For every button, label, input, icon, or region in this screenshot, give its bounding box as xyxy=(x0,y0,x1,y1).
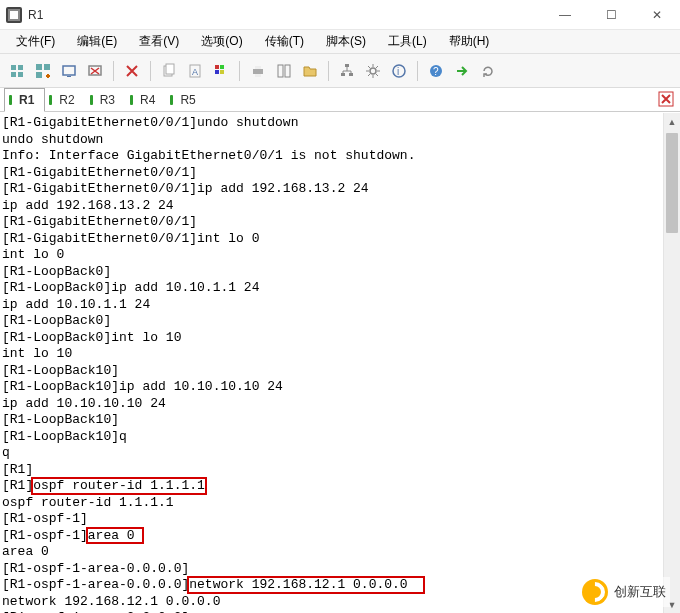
tab-r4[interactable]: R4 xyxy=(126,88,166,111)
toolbar-tile-icon[interactable] xyxy=(273,60,295,82)
close-button[interactable]: ✕ xyxy=(634,0,680,30)
svg-rect-27 xyxy=(349,73,353,76)
toolbar-info-icon[interactable]: i xyxy=(388,60,410,82)
terminal-output: [R1-GigabitEthernet0/0/1]undo shutdown u… xyxy=(0,113,680,613)
svg-rect-1 xyxy=(10,11,18,19)
menu-options[interactable]: 选项(O) xyxy=(191,31,252,52)
minimize-button[interactable]: — xyxy=(542,0,588,30)
watermark-text: 创新互联 xyxy=(614,583,666,601)
toolbar-separator xyxy=(239,61,240,81)
toolbar-separator xyxy=(417,61,418,81)
toolbar: A i ? xyxy=(0,54,680,88)
svg-point-28 xyxy=(370,68,376,74)
toolbar-disconnect-icon[interactable] xyxy=(84,60,106,82)
menu-script[interactable]: 脚本(S) xyxy=(316,31,376,52)
menu-file[interactable]: 文件(F) xyxy=(6,31,65,52)
svg-rect-4 xyxy=(11,72,16,77)
svg-rect-25 xyxy=(345,64,349,67)
toolbar-copy-icon[interactable] xyxy=(158,60,180,82)
toolbar-print-icon[interactable] xyxy=(247,60,269,82)
tab-r1[interactable]: R1 xyxy=(4,88,45,112)
menubar: 文件(F) 编辑(E) 查看(V) 选项(O) 传输(T) 脚本(S) 工具(L… xyxy=(0,30,680,54)
svg-text:?: ? xyxy=(433,66,439,77)
terminal[interactable]: [R1-GigabitEthernet0/0/1]undo shutdown u… xyxy=(0,112,680,613)
toolbar-folder-icon[interactable] xyxy=(299,60,321,82)
tab-label: R2 xyxy=(59,93,74,107)
svg-rect-24 xyxy=(285,65,290,77)
toolbar-separator xyxy=(328,61,329,81)
titlebar: R1 — ☐ ✕ xyxy=(0,0,680,30)
app-icon xyxy=(6,7,22,23)
svg-rect-8 xyxy=(36,72,42,78)
toolbar-refresh-icon[interactable] xyxy=(477,60,499,82)
svg-rect-20 xyxy=(253,69,263,74)
toolbar-connect-icon[interactable] xyxy=(58,60,80,82)
maximize-button[interactable]: ☐ xyxy=(588,0,634,30)
scroll-up-icon[interactable]: ▲ xyxy=(664,113,680,130)
tab-label: R1 xyxy=(19,93,34,107)
toolbar-cancel-icon[interactable] xyxy=(121,60,143,82)
tab-label: R5 xyxy=(180,93,195,107)
watermark-logo-icon xyxy=(582,579,608,605)
window-title: R1 xyxy=(28,8,542,22)
svg-rect-6 xyxy=(36,64,42,70)
menu-transfer[interactable]: 传输(T) xyxy=(255,31,314,52)
svg-rect-16 xyxy=(215,65,219,69)
tab-r2[interactable]: R2 xyxy=(45,88,85,111)
svg-rect-17 xyxy=(220,65,224,69)
svg-rect-10 xyxy=(67,76,71,77)
toolbar-separator xyxy=(150,61,151,81)
watermark: 创新互联 xyxy=(578,577,670,607)
toolbar-settings-icon[interactable] xyxy=(362,60,384,82)
svg-rect-22 xyxy=(255,74,261,77)
svg-rect-26 xyxy=(341,73,345,76)
toolbar-quick-connect-icon[interactable] xyxy=(32,60,54,82)
scroll-thumb[interactable] xyxy=(666,133,678,233)
toolbar-separator xyxy=(113,61,114,81)
toolbar-tree-icon[interactable] xyxy=(336,60,358,82)
menu-tools[interactable]: 工具(L) xyxy=(378,31,437,52)
svg-rect-7 xyxy=(44,64,50,70)
tab-label: R3 xyxy=(100,93,115,107)
toolbar-palette-icon[interactable] xyxy=(210,60,232,82)
tab-label: R4 xyxy=(140,93,155,107)
svg-rect-13 xyxy=(166,64,174,74)
menu-edit[interactable]: 编辑(E) xyxy=(67,31,127,52)
svg-rect-9 xyxy=(63,66,75,75)
tabbar: R1 R2 R3 R4 R5 xyxy=(0,88,680,112)
svg-rect-23 xyxy=(278,65,283,77)
menu-view[interactable]: 查看(V) xyxy=(129,31,189,52)
scrollbar[interactable]: ▲ ▼ xyxy=(663,113,680,613)
menu-help[interactable]: 帮助(H) xyxy=(439,31,500,52)
svg-rect-19 xyxy=(220,70,224,74)
toolbar-new-session-icon[interactable] xyxy=(6,60,28,82)
toolbar-help-icon[interactable]: ? xyxy=(425,60,447,82)
svg-text:i: i xyxy=(397,66,399,77)
svg-rect-21 xyxy=(255,66,261,69)
tab-r5[interactable]: R5 xyxy=(166,88,206,111)
svg-rect-2 xyxy=(11,65,16,70)
close-tab-icon[interactable] xyxy=(658,91,674,107)
toolbar-go-icon[interactable] xyxy=(451,60,473,82)
svg-rect-18 xyxy=(215,70,219,74)
tab-r3[interactable]: R3 xyxy=(86,88,126,111)
svg-rect-5 xyxy=(18,72,23,77)
toolbar-paste-icon[interactable]: A xyxy=(184,60,206,82)
svg-rect-3 xyxy=(18,65,23,70)
svg-text:A: A xyxy=(192,67,198,77)
